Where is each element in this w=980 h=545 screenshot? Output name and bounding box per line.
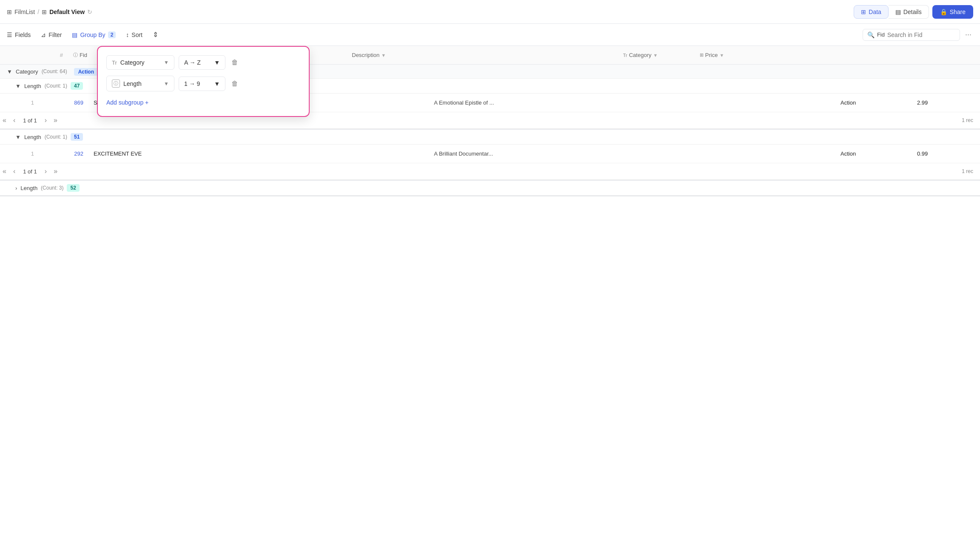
col-header-category[interactable]: Tr Category ▼ — [618, 52, 695, 58]
groupby-popup: Tr Category ▼ A → Z ▼ 🗑 ⓘ Length ▼ 1 → 9… — [97, 46, 310, 117]
add-subgroup-button[interactable]: Add subgroup + — [106, 97, 148, 108]
category-badge: Action — [74, 68, 98, 75]
topbar-right: 🔒 Share — [932, 5, 973, 19]
subgroup-51: ▼ Length (Count: 1) 51 1 292 EXCITEMENT … — [0, 130, 980, 181]
desc-chevron: ▼ — [381, 53, 386, 58]
breadcrumb-view: Default View — [49, 9, 85, 15]
cell-fid-2[interactable]: 292 — [37, 150, 88, 157]
col-header-price[interactable]: ⊞ Price ▼ — [695, 52, 763, 58]
toolbar-right: 🔍 Fid ··· — [863, 28, 973, 41]
cell-desc-2: A Brilliant Documentar... — [429, 150, 835, 157]
row-num-1: 1 — [22, 99, 37, 106]
order-1-label: A → Z — [184, 59, 201, 66]
details-tab-icon: ▤ — [895, 9, 901, 15]
page-current-2: 1 — [23, 168, 26, 175]
field-1-type-icon: Tr — [112, 60, 117, 66]
topbar-center: ⊞ Data ▤ Details — [854, 5, 929, 19]
delete-group-1-button[interactable]: 🗑 — [230, 57, 240, 68]
row-num-header: # — [43, 52, 68, 58]
groupby-field-2[interactable]: ⓘ Length ▼ — [106, 76, 174, 91]
topbar-left: ⊞ FilmList / ⊞ Default View ↻ — [7, 9, 850, 15]
category-group-count: (Count: 64) — [42, 68, 67, 74]
col-header-desc: Description ▼ — [347, 52, 618, 58]
add-subgroup-label: Add subgroup + — [106, 99, 148, 106]
fid-label: Fid — [80, 52, 87, 58]
filter-label: Filter — [48, 31, 62, 38]
sort-label: Sort — [131, 31, 142, 38]
category-group-label: Category — [16, 68, 38, 75]
category-type-icon: Tr — [623, 53, 627, 58]
topbar: ⊞ FilmList / ⊞ Default View ↻ ⊞ Data ▤ D… — [0, 0, 980, 24]
groupby-field-1[interactable]: Tr Category ▼ — [106, 55, 174, 70]
group-by-button[interactable]: ▤ Group By 2 — [72, 31, 116, 38]
height-button[interactable]: ⇕ — [153, 31, 158, 39]
subgroup-51-chevron: ▼ — [15, 134, 21, 140]
page-info-2: 1 of 1 — [20, 168, 40, 175]
field-1-label: Category — [120, 59, 145, 66]
subgroup-52-count: (Count: 3) — [41, 185, 63, 191]
group-by-badge: 2 — [108, 31, 116, 38]
cell-category-1: Action — [835, 99, 912, 106]
page-prev-1[interactable]: ‹ — [11, 116, 18, 125]
breadcrumb-app[interactable]: FilmList — [14, 9, 35, 15]
page-next-1[interactable]: › — [42, 116, 49, 125]
page-info-1: 1 of 1 — [20, 117, 40, 124]
refresh-icon[interactable]: ↻ — [87, 9, 92, 15]
fields-button[interactable]: ☰ Fields — [7, 31, 31, 38]
tab-data[interactable]: ⊞ Data — [854, 5, 889, 19]
category-value: Action — [74, 68, 98, 76]
subgroup-51-header[interactable]: ▼ Length (Count: 1) 51 — [0, 130, 980, 145]
subgroup-52: › Length (Count: 3) 52 — [0, 181, 980, 196]
tab-data-label: Data — [869, 9, 881, 15]
subgroup-47-count: (Count: 1) — [45, 83, 67, 89]
field-2-type-icon: ⓘ — [112, 79, 120, 88]
page-next-2[interactable]: › — [42, 167, 49, 176]
category-label: Category — [629, 52, 652, 58]
page-prev-2[interactable]: ‹ — [11, 167, 18, 176]
record-count-2: 1 rec — [962, 168, 980, 174]
groupby-row-1: Tr Category ▼ A → Z ▼ 🗑 — [106, 55, 300, 70]
filter-button[interactable]: ⊿ Filter — [41, 31, 62, 38]
price-label: Price — [705, 52, 718, 58]
category-chevron: ▼ — [653, 53, 658, 58]
category-group-chevron: ▼ — [7, 68, 12, 75]
search-box[interactable]: 🔍 Fid — [863, 29, 960, 41]
field-2-label: Length — [123, 80, 142, 87]
field-1-chevron: ▼ — [164, 60, 169, 65]
breadcrumb-sep: / — [37, 9, 39, 15]
page-first-1[interactable]: « — [0, 116, 9, 125]
fid-type-icon: ⓘ — [73, 52, 78, 58]
subgroup-52-header[interactable]: › Length (Count: 3) 52 — [0, 181, 980, 196]
page-last-1[interactable]: » — [51, 116, 60, 125]
grid-icon: ⊞ — [7, 9, 12, 15]
page-first-2[interactable]: « — [0, 167, 9, 176]
order-1-chevron: ▼ — [214, 59, 220, 66]
table-row: 1 292 EXCITEMENT EVE A Brilliant Documen… — [0, 145, 980, 163]
toolbar: ☰ Fields ⊿ Filter ▤ Group By 2 ↕ Sort ⇕ … — [0, 24, 980, 46]
lock-icon: 🔒 — [940, 9, 947, 15]
tab-details[interactable]: ▤ Details — [889, 5, 929, 19]
cell-desc-1: A Emotional Epistle of ... — [429, 99, 835, 106]
delete-group-2-button[interactable]: 🗑 — [230, 78, 240, 89]
groupby-order-2[interactable]: 1 → 9 ▼ — [179, 77, 225, 91]
share-button[interactable]: 🔒 Share — [932, 5, 973, 19]
more-options-button[interactable]: ··· — [963, 28, 973, 41]
subgroup-52-label: Length — [20, 185, 37, 191]
group-by-icon: ▤ — [72, 31, 77, 38]
page-of-text-2: of — [28, 168, 34, 175]
cell-category-2: Action — [835, 150, 912, 157]
pagination-2: « ‹ 1 of 1 › » 1 rec — [0, 163, 980, 180]
cell-title-2: EXCITEMENT EVE — [88, 150, 429, 157]
price-type-icon: ⊞ — [700, 52, 704, 58]
view-icon: ⊞ — [42, 9, 47, 15]
groupby-order-1[interactable]: A → Z ▼ — [179, 55, 225, 70]
search-field-label: Fid — [877, 31, 885, 38]
search-input[interactable] — [887, 31, 955, 38]
subgroup-52-chevron: › — [15, 185, 17, 191]
filter-icon: ⊿ — [41, 31, 46, 38]
record-count-1: 1 rec — [962, 117, 980, 123]
page-last-2[interactable]: » — [51, 167, 60, 176]
cell-fid-1[interactable]: 869 — [37, 99, 88, 106]
sort-button[interactable]: ↕ Sort — [126, 31, 142, 38]
fields-icon: ☰ — [7, 31, 12, 38]
